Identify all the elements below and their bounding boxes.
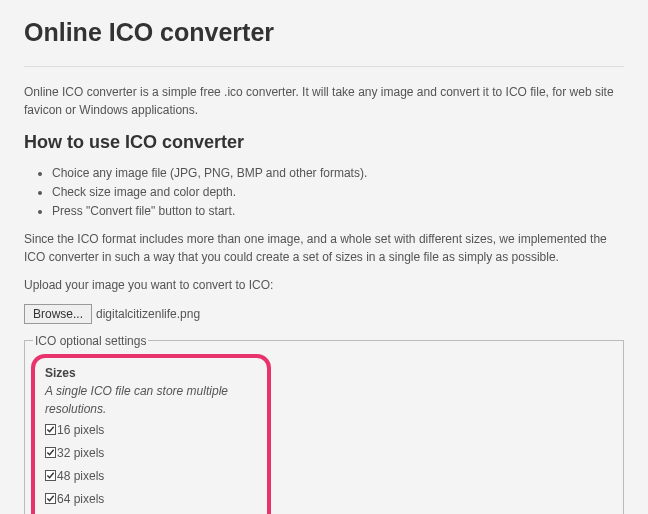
settings-fieldset: ICO optional settings Sizes A single ICO… <box>24 332 624 515</box>
checkbox-icon <box>45 470 56 481</box>
divider <box>24 66 624 67</box>
list-item: Check size image and color depth. <box>52 183 624 201</box>
upload-label: Upload your image you want to convert to… <box>24 276 624 294</box>
selected-filename: digitalcitizenlife.png <box>96 305 200 323</box>
explain-text: Since the ICO format includes more than … <box>24 230 624 266</box>
checkbox-icon <box>45 424 56 435</box>
checkbox-icon <box>45 493 56 504</box>
list-item: Choice any image file (JPG, PNG, BMP and… <box>52 164 624 182</box>
size-option-label: 16 pixels <box>57 421 104 439</box>
settings-legend: ICO optional settings <box>33 332 148 350</box>
sizes-title: Sizes <box>45 364 257 382</box>
howto-heading: How to use ICO converter <box>24 129 624 156</box>
checkbox-icon <box>45 447 56 458</box>
upload-row: Browse... digitalcitizenlife.png <box>24 304 624 324</box>
list-item: Press "Convert file" button to start. <box>52 202 624 220</box>
size-option-label: 32 pixels <box>57 444 104 462</box>
browse-button[interactable]: Browse... <box>24 304 92 324</box>
sizes-hint: A single ICO file can store multiple res… <box>45 382 257 418</box>
size-option-16[interactable]: 16 pixels <box>45 421 257 439</box>
page-title: Online ICO converter <box>24 14 624 52</box>
size-option-label: 48 pixels <box>57 467 104 485</box>
size-option-32[interactable]: 32 pixels <box>45 444 257 462</box>
size-option-64[interactable]: 64 pixels <box>45 490 257 508</box>
sizes-highlight: Sizes A single ICO file can store multip… <box>31 354 271 515</box>
howto-steps: Choice any image file (JPG, PNG, BMP and… <box>24 164 624 220</box>
intro-text: Online ICO converter is a simple free .i… <box>24 83 624 119</box>
size-option-label: 64 pixels <box>57 490 104 508</box>
size-option-48[interactable]: 48 pixels <box>45 467 257 485</box>
